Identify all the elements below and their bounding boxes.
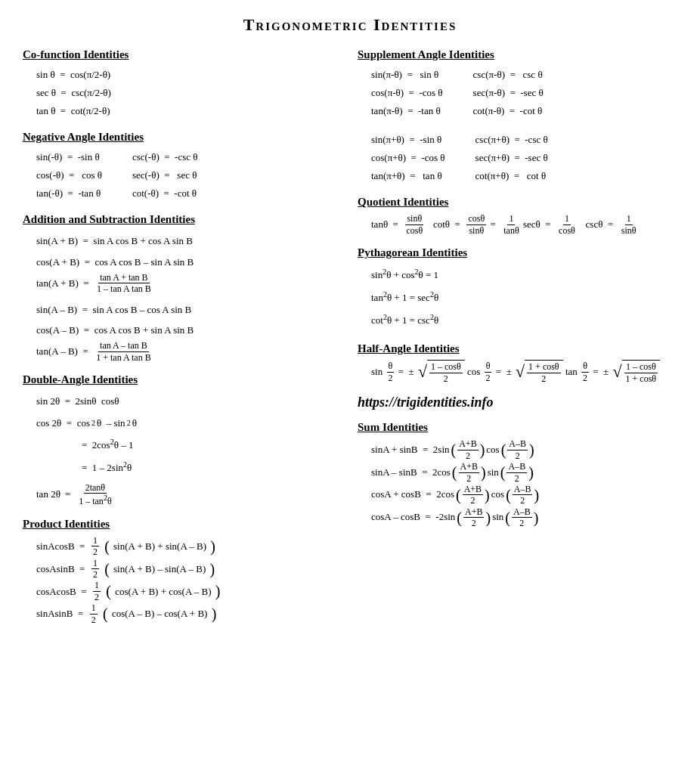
supplement-formulas: sin(π-θ) = sin θ cos(π-θ) = -cos θ tan(π…	[371, 66, 677, 120]
product-formulas: sinAcosB = 12 ( sin(A + B) + sin(A – B) …	[36, 535, 342, 625]
url-section: https://trigidentities.info	[358, 395, 677, 410]
sum-section: Sum Identities sinA + sinB = 2sin ( A+B2…	[358, 421, 677, 528]
halfangle-section: Half-Angle Identities sin θ2 = ± √ 1 – c…	[358, 342, 677, 385]
negative-formulas: sin(-θ) = -sin θ cos(-θ) = cos θ tan(-θ)…	[36, 148, 342, 203]
website-url: https://trigidentities.info	[358, 395, 677, 410]
halfangle-title: Half-Angle Identities	[358, 342, 677, 355]
quotient-title: Quotient Identities	[358, 196, 677, 209]
product-title: Product Identities	[23, 518, 342, 531]
addition-formulas: sin(A + B) = sin A cos B + cos A sin B c…	[36, 231, 342, 363]
cofunction-formulas: sin θ = cos(π/2-θ) sec θ = csc(π/2-θ) ta…	[36, 66, 342, 120]
doubleangle-title: Double-Angle Identities	[23, 373, 342, 386]
negative-title: Negative Angle Identities	[23, 131, 342, 144]
supplement-plus-section: sin(π+θ) = -sin θ cos(π+θ) = -cos θ tan(…	[358, 131, 677, 185]
addition-section: Addition and Subtraction Identities sin(…	[23, 213, 342, 363]
page-title: Trigonometric Identities	[23, 15, 677, 35]
supplement-plus-formulas: sin(π+θ) = -sin θ cos(π+θ) = -cos θ tan(…	[371, 131, 677, 185]
quotient-formulas: tanθ = sinθ cosθ cotθ = cosθ sinθ = 1 ta…	[371, 213, 677, 236]
halfangle-formulas: sin θ2 = ± √ 1 – cosθ 2 co	[371, 360, 677, 385]
doubleangle-formulas: sin 2θ = 2sinθ cosθ cos 2θ = cos2θ – sin…	[36, 391, 342, 507]
pythagorean-title: Pythagorean Identities	[358, 246, 677, 259]
pythagorean-formulas: sin2θ + cos2θ = 1 tan2θ + 1 = sec2θ cot2…	[371, 264, 677, 332]
cofunction-section: Co-function Identities sin θ = cos(π/2-θ…	[23, 48, 342, 120]
cofunction-title: Co-function Identities	[23, 48, 342, 61]
product-section: Product Identities sinAcosB = 12 ( sin(A…	[23, 518, 342, 625]
doubleangle-section: Double-Angle Identities sin 2θ = 2sinθ c…	[23, 373, 342, 507]
addition-title: Addition and Subtraction Identities	[23, 213, 342, 226]
negative-section: Negative Angle Identities sin(-θ) = -sin…	[23, 131, 342, 203]
pythagorean-section: Pythagorean Identities sin2θ + cos2θ = 1…	[358, 246, 677, 332]
supplement-section: Supplement Angle Identities sin(π-θ) = s…	[358, 48, 677, 120]
quotient-section: Quotient Identities tanθ = sinθ cosθ cot…	[358, 196, 677, 236]
sum-title: Sum Identities	[358, 421, 677, 434]
sum-formulas: sinA + sinB = 2sin ( A+B2 ) cos ( A–B2 )…	[371, 438, 677, 528]
supplement-title: Supplement Angle Identities	[358, 48, 677, 61]
